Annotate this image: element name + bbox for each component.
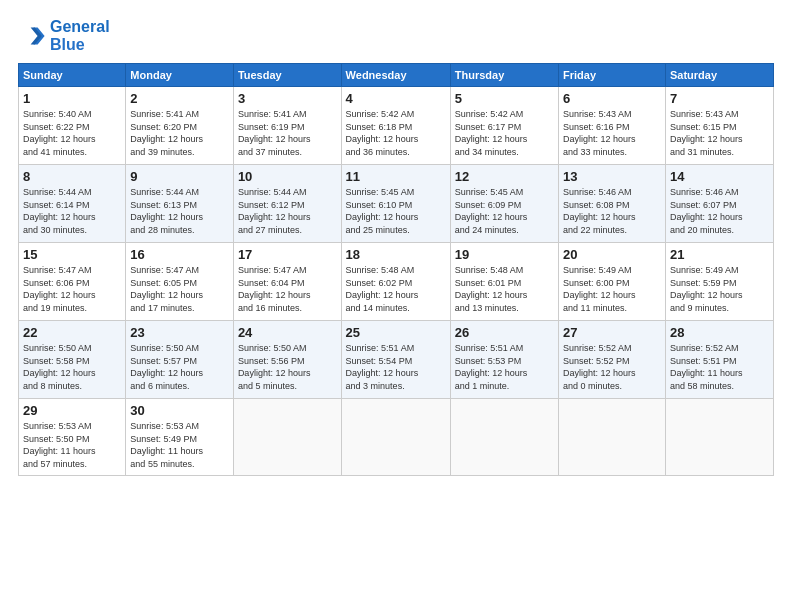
day-number: 12 xyxy=(455,169,554,184)
day-number: 28 xyxy=(670,325,769,340)
table-cell xyxy=(450,399,558,475)
day-number: 3 xyxy=(238,91,337,106)
logo-text: General Blue xyxy=(50,18,110,53)
day-number: 22 xyxy=(23,325,121,340)
day-number: 16 xyxy=(130,247,229,262)
col-tuesday: Tuesday xyxy=(233,64,341,87)
svg-marker-1 xyxy=(31,27,42,44)
day-number: 30 xyxy=(130,403,229,418)
calendar-row: 22Sunrise: 5:50 AMSunset: 5:58 PMDayligh… xyxy=(19,321,774,399)
day-number: 29 xyxy=(23,403,121,418)
day-info: Sunrise: 5:50 AMSunset: 5:57 PMDaylight:… xyxy=(130,342,229,392)
col-monday: Monday xyxy=(126,64,234,87)
col-thursday: Thursday xyxy=(450,64,558,87)
table-cell: 6Sunrise: 5:43 AMSunset: 6:16 PMDaylight… xyxy=(559,87,666,165)
day-number: 10 xyxy=(238,169,337,184)
logo: General Blue xyxy=(18,18,110,53)
day-info: Sunrise: 5:42 AMSunset: 6:17 PMDaylight:… xyxy=(455,108,554,158)
day-info: Sunrise: 5:45 AMSunset: 6:09 PMDaylight:… xyxy=(455,186,554,236)
day-info: Sunrise: 5:49 AMSunset: 6:00 PMDaylight:… xyxy=(563,264,661,314)
day-info: Sunrise: 5:47 AMSunset: 6:04 PMDaylight:… xyxy=(238,264,337,314)
day-info: Sunrise: 5:49 AMSunset: 5:59 PMDaylight:… xyxy=(670,264,769,314)
table-cell: 20Sunrise: 5:49 AMSunset: 6:00 PMDayligh… xyxy=(559,243,666,321)
day-number: 1 xyxy=(23,91,121,106)
table-cell: 23Sunrise: 5:50 AMSunset: 5:57 PMDayligh… xyxy=(126,321,234,399)
day-number: 21 xyxy=(670,247,769,262)
calendar-row: 15Sunrise: 5:47 AMSunset: 6:06 PMDayligh… xyxy=(19,243,774,321)
table-cell xyxy=(233,399,341,475)
day-number: 26 xyxy=(455,325,554,340)
day-number: 9 xyxy=(130,169,229,184)
table-cell: 8Sunrise: 5:44 AMSunset: 6:14 PMDaylight… xyxy=(19,165,126,243)
table-cell: 26Sunrise: 5:51 AMSunset: 5:53 PMDayligh… xyxy=(450,321,558,399)
day-number: 7 xyxy=(670,91,769,106)
calendar-row: 8Sunrise: 5:44 AMSunset: 6:14 PMDaylight… xyxy=(19,165,774,243)
table-cell: 1Sunrise: 5:40 AMSunset: 6:22 PMDaylight… xyxy=(19,87,126,165)
table-cell: 27Sunrise: 5:52 AMSunset: 5:52 PMDayligh… xyxy=(559,321,666,399)
table-cell: 7Sunrise: 5:43 AMSunset: 6:15 PMDaylight… xyxy=(665,87,773,165)
day-info: Sunrise: 5:46 AMSunset: 6:08 PMDaylight:… xyxy=(563,186,661,236)
day-info: Sunrise: 5:52 AMSunset: 5:52 PMDaylight:… xyxy=(563,342,661,392)
logo-icon xyxy=(18,22,46,50)
day-info: Sunrise: 5:50 AMSunset: 5:56 PMDaylight:… xyxy=(238,342,337,392)
header-row: Sunday Monday Tuesday Wednesday Thursday… xyxy=(19,64,774,87)
table-cell: 12Sunrise: 5:45 AMSunset: 6:09 PMDayligh… xyxy=(450,165,558,243)
day-info: Sunrise: 5:48 AMSunset: 6:01 PMDaylight:… xyxy=(455,264,554,314)
day-info: Sunrise: 5:53 AMSunset: 5:50 PMDaylight:… xyxy=(23,420,121,470)
day-info: Sunrise: 5:52 AMSunset: 5:51 PMDaylight:… xyxy=(670,342,769,392)
day-info: Sunrise: 5:44 AMSunset: 6:13 PMDaylight:… xyxy=(130,186,229,236)
table-cell: 5Sunrise: 5:42 AMSunset: 6:17 PMDaylight… xyxy=(450,87,558,165)
table-cell: 9Sunrise: 5:44 AMSunset: 6:13 PMDaylight… xyxy=(126,165,234,243)
header: General Blue xyxy=(18,18,774,53)
table-cell: 2Sunrise: 5:41 AMSunset: 6:20 PMDaylight… xyxy=(126,87,234,165)
table-cell: 18Sunrise: 5:48 AMSunset: 6:02 PMDayligh… xyxy=(341,243,450,321)
day-info: Sunrise: 5:47 AMSunset: 6:05 PMDaylight:… xyxy=(130,264,229,314)
day-info: Sunrise: 5:42 AMSunset: 6:18 PMDaylight:… xyxy=(346,108,446,158)
day-info: Sunrise: 5:47 AMSunset: 6:06 PMDaylight:… xyxy=(23,264,121,314)
table-cell: 19Sunrise: 5:48 AMSunset: 6:01 PMDayligh… xyxy=(450,243,558,321)
table-cell: 13Sunrise: 5:46 AMSunset: 6:08 PMDayligh… xyxy=(559,165,666,243)
day-number: 17 xyxy=(238,247,337,262)
page: General Blue Sunday Monday Tuesday Wedne… xyxy=(0,0,792,612)
table-cell xyxy=(341,399,450,475)
table-cell: 14Sunrise: 5:46 AMSunset: 6:07 PMDayligh… xyxy=(665,165,773,243)
day-info: Sunrise: 5:41 AMSunset: 6:20 PMDaylight:… xyxy=(130,108,229,158)
col-friday: Friday xyxy=(559,64,666,87)
day-info: Sunrise: 5:41 AMSunset: 6:19 PMDaylight:… xyxy=(238,108,337,158)
day-info: Sunrise: 5:46 AMSunset: 6:07 PMDaylight:… xyxy=(670,186,769,236)
table-cell: 4Sunrise: 5:42 AMSunset: 6:18 PMDaylight… xyxy=(341,87,450,165)
day-number: 8 xyxy=(23,169,121,184)
table-cell: 10Sunrise: 5:44 AMSunset: 6:12 PMDayligh… xyxy=(233,165,341,243)
day-number: 15 xyxy=(23,247,121,262)
day-info: Sunrise: 5:44 AMSunset: 6:12 PMDaylight:… xyxy=(238,186,337,236)
table-cell: 3Sunrise: 5:41 AMSunset: 6:19 PMDaylight… xyxy=(233,87,341,165)
table-cell: 28Sunrise: 5:52 AMSunset: 5:51 PMDayligh… xyxy=(665,321,773,399)
day-number: 20 xyxy=(563,247,661,262)
day-number: 19 xyxy=(455,247,554,262)
calendar-table: Sunday Monday Tuesday Wednesday Thursday… xyxy=(18,63,774,475)
day-number: 23 xyxy=(130,325,229,340)
day-info: Sunrise: 5:44 AMSunset: 6:14 PMDaylight:… xyxy=(23,186,121,236)
table-cell: 16Sunrise: 5:47 AMSunset: 6:05 PMDayligh… xyxy=(126,243,234,321)
col-wednesday: Wednesday xyxy=(341,64,450,87)
day-number: 14 xyxy=(670,169,769,184)
day-info: Sunrise: 5:45 AMSunset: 6:10 PMDaylight:… xyxy=(346,186,446,236)
day-number: 2 xyxy=(130,91,229,106)
col-saturday: Saturday xyxy=(665,64,773,87)
day-info: Sunrise: 5:51 AMSunset: 5:54 PMDaylight:… xyxy=(346,342,446,392)
day-info: Sunrise: 5:48 AMSunset: 6:02 PMDaylight:… xyxy=(346,264,446,314)
col-sunday: Sunday xyxy=(19,64,126,87)
day-number: 5 xyxy=(455,91,554,106)
day-number: 18 xyxy=(346,247,446,262)
calendar-row: 29Sunrise: 5:53 AMSunset: 5:50 PMDayligh… xyxy=(19,399,774,475)
table-cell: 15Sunrise: 5:47 AMSunset: 6:06 PMDayligh… xyxy=(19,243,126,321)
day-info: Sunrise: 5:53 AMSunset: 5:49 PMDaylight:… xyxy=(130,420,229,470)
day-info: Sunrise: 5:40 AMSunset: 6:22 PMDaylight:… xyxy=(23,108,121,158)
day-number: 11 xyxy=(346,169,446,184)
day-info: Sunrise: 5:43 AMSunset: 6:15 PMDaylight:… xyxy=(670,108,769,158)
calendar-row: 1Sunrise: 5:40 AMSunset: 6:22 PMDaylight… xyxy=(19,87,774,165)
day-number: 4 xyxy=(346,91,446,106)
table-cell: 22Sunrise: 5:50 AMSunset: 5:58 PMDayligh… xyxy=(19,321,126,399)
day-number: 27 xyxy=(563,325,661,340)
table-cell: 30Sunrise: 5:53 AMSunset: 5:49 PMDayligh… xyxy=(126,399,234,475)
